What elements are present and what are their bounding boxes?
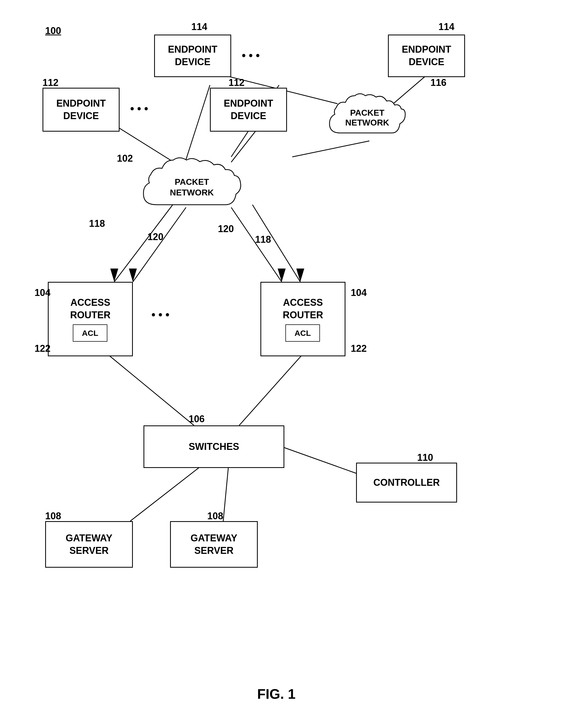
ref-114-topright: 114: [438, 21, 454, 32]
ref-122-left: 122: [35, 343, 51, 354]
svg-line-16: [239, 351, 305, 425]
svg-text:NETWORK: NETWORK: [345, 118, 389, 127]
endpoint-device-mid-right: ENDPOINTDEVICE: [210, 88, 287, 132]
ref-104-right: 104: [351, 287, 367, 298]
acl-right: ACL: [285, 324, 320, 342]
ref-114-topleft: 114: [191, 21, 207, 32]
ref-112-right: 112: [229, 77, 245, 88]
endpoint-device-top-left: ENDPOINTDEVICE: [154, 35, 231, 77]
access-router-left: ACCESSROUTER ACL: [48, 282, 133, 356]
ref-120-right: 120: [218, 223, 234, 235]
acl-left: ACL: [73, 324, 107, 342]
ref-106: 106: [189, 413, 205, 425]
gateway-server-left: GATEWAYSERVER: [45, 521, 133, 568]
svg-line-15: [104, 351, 194, 425]
svg-marker-12: [129, 269, 137, 282]
controller: CONTROLLER: [356, 463, 457, 503]
packet-network-top-cloud: PACKET NETWORK: [319, 80, 412, 149]
dots-mid: • • •: [130, 102, 148, 115]
svg-line-19: [223, 465, 229, 521]
svg-text:NETWORK: NETWORK: [170, 188, 214, 197]
ref-112-left: 112: [43, 77, 58, 88]
figure-label: FIG. 1: [223, 686, 329, 702]
ref-102: 102: [117, 153, 133, 164]
svg-marker-14: [278, 269, 285, 282]
gateway-server-right: GATEWAYSERVER: [170, 521, 258, 568]
svg-text:PACKET: PACKET: [350, 108, 384, 118]
ref-110: 110: [417, 452, 433, 463]
ref-120-left: 120: [148, 231, 164, 242]
svg-line-17: [282, 447, 356, 473]
ref-118-right: 118: [255, 234, 271, 245]
ref-118-left: 118: [89, 218, 105, 229]
svg-marker-11: [110, 269, 118, 282]
dots-top: • • •: [242, 49, 260, 62]
svg-line-18: [130, 465, 202, 521]
diagram-container: 100 ENDPOINTDEVICE 114 • • • ENDPOINTDEV…: [0, 0, 566, 728]
switches: SWITCHES: [144, 425, 284, 468]
packet-network-main-cloud: PACKET NETWORK: [130, 141, 258, 218]
svg-marker-13: [296, 269, 304, 282]
ref-104-left: 104: [35, 287, 51, 298]
endpoint-device-mid-left: ENDPOINTDEVICE: [43, 88, 120, 132]
access-router-right: ACCESSROUTER ACL: [261, 282, 345, 356]
endpoint-device-top-right: ENDPOINTDEVICE: [388, 35, 465, 77]
ref-108-left: 108: [45, 511, 61, 522]
dots-routers: • • •: [152, 308, 169, 321]
svg-line-8: [133, 207, 186, 282]
ref-100: 100: [45, 25, 61, 36]
svg-text:PACKET: PACKET: [175, 177, 209, 187]
ref-108-right: 108: [207, 511, 223, 522]
ref-122-right: 122: [351, 343, 367, 354]
ref-116: 116: [430, 77, 446, 88]
